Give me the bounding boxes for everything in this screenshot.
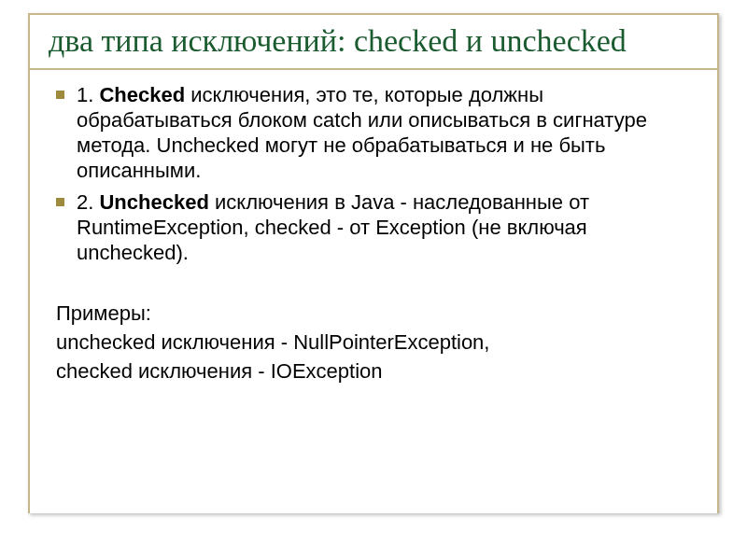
bullet-prefix: 2.	[77, 190, 99, 214]
plain-block: Примеры: unchecked исключения - NullPoin…	[52, 301, 695, 384]
slide-frame: два типа исключений: checked и unchecked…	[28, 13, 719, 513]
bullet-bold: Checked	[99, 83, 185, 106]
slide-content: 1. Checked исключения, это те, которые д…	[30, 83, 717, 384]
title-divider	[30, 68, 717, 70]
list-item: 2. Unchecked исключения в Java - наследо…	[52, 190, 695, 265]
slide-title: два типа исключений: checked и unchecked	[30, 15, 717, 63]
examples-heading: Примеры:	[56, 301, 695, 327]
bullet-list: 1. Checked исключения, это те, которые д…	[52, 83, 695, 266]
slide: два типа исключений: checked и unchecked…	[0, 0, 747, 560]
bullet-bold: Unchecked	[99, 190, 208, 214]
example-line: unchecked исключения - NullPointerExcept…	[56, 330, 695, 356]
example-line: checked исключения - IOException	[56, 359, 695, 385]
spacer	[52, 273, 695, 298]
bullet-prefix: 1.	[77, 83, 99, 106]
list-item: 1. Checked исключения, это те, которые д…	[52, 83, 695, 183]
